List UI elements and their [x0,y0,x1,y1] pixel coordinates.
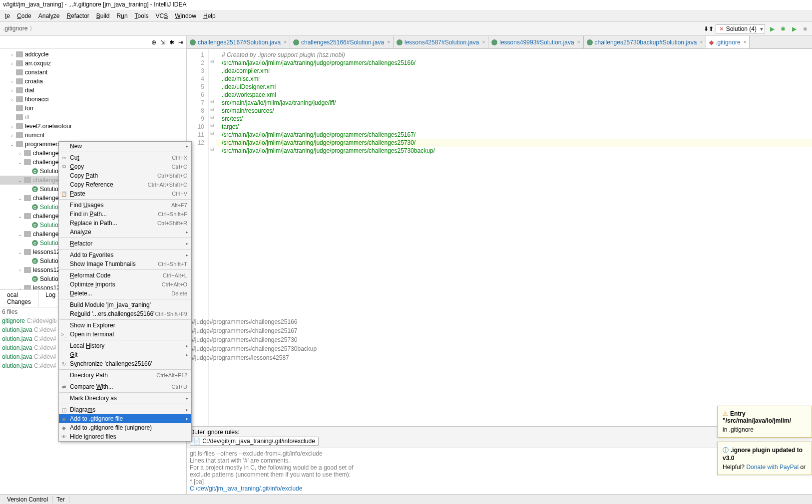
status-terminal[interactable]: Ter [52,496,69,503]
changed-file[interactable]: olution.java C:#dev#git# [2,362,56,371]
menu-vcs[interactable]: VCS [153,11,171,20]
changed-file-paths: #judge#programmers#challenges25166#judge… [192,317,317,362]
menu-item[interactable]: Build Module 'jm_java_traning' [59,300,191,309]
tab-local-changes[interactable]: ocal Changes [0,290,38,307]
menu-item[interactable]: Delete...Delete [59,289,191,298]
menu-item[interactable]: >_Open in terminal [59,330,191,339]
menu-item[interactable]: Show Image ThumbnailsCtrl+Shift+T [59,259,191,268]
context-menu[interactable]: New✂CutCtrl+X⧉CopyCtrl+CCopy PathCtrl+Sh… [58,141,192,442]
menu-item[interactable]: Refactor [59,239,191,248]
menu-item[interactable]: Find UsagesAlt+F7 [59,201,191,210]
menu-item[interactable]: ⇄Compare With...Ctrl+D [59,382,191,391]
changed-file[interactable]: gitignore C:#dev#git#jm [2,317,56,326]
menu-item[interactable]: Add to Favorites [59,251,191,259]
menu-item[interactable]: ↻Synchronize 'challenges25166' [59,359,191,368]
editor-tab[interactable]: lessons42587#Solution.java× [394,36,488,48]
editor-tab[interactable]: ◆.gitignore× [706,36,750,48]
changed-file[interactable]: olution.java C:#dev#git# [2,335,56,344]
menu-item[interactable]: Show in Explorer [59,321,191,330]
close-icon[interactable]: × [744,39,747,45]
tree-item[interactable]: ›numcnt [0,131,186,140]
notification[interactable]: ⚠Entry "/src/main/java/io/jmlim/in .giti… [717,406,812,438]
status-version-control[interactable]: Version Control [3,496,52,503]
close-icon[interactable]: × [387,39,390,45]
outer-rules-file[interactable]: 📄 C:/dev/git/jm_java_traning/.git/info/e… [190,437,319,446]
menu-bar: teCodeAnalyzeRefactorBuildRunToolsVCSWin… [0,10,812,22]
breadcrumb-bar: .gitignore 〉 ⬇⬆ ✕ Solution (4) ▾ ▶ ✱ ▶ ■ [0,22,812,36]
menu-item[interactable]: ◆Add to .gitignore file (unignore) [59,423,191,432]
tree-item[interactable]: ›level2.onetwofour [0,122,186,131]
changes-list[interactable]: gitignore C:#dev#git#jmolution.java C:#d… [0,316,58,372]
menu-item[interactable]: 👁Hide ignored files [59,432,191,441]
coverage-icon[interactable]: ▶ [790,25,798,33]
collapse-icon[interactable]: ⇲ [160,39,165,46]
menu-item[interactable]: ⧉CopyCtrl+C [59,162,191,171]
menu-item[interactable]: Optimize ImportsCtrl+Alt+O [59,280,191,289]
vcs-changes-tabs: ocal Changes Log [0,290,58,307]
menu-item[interactable]: Mark Directory as [59,394,191,403]
menu-code[interactable]: Code [14,11,34,20]
editor-tab[interactable]: challenges25730backup#Solution.java× [584,36,707,48]
debug-icon[interactable]: ✱ [779,25,787,33]
menu-run[interactable]: Run [114,11,131,20]
tree-item[interactable]: constant [0,68,186,77]
close-icon[interactable]: × [284,39,287,45]
outer-rules-label: Outer ignore rules: [190,429,809,436]
menu-analyze[interactable]: Analyze [35,11,63,20]
changed-file[interactable]: olution.java C:#dev#git# [2,326,56,335]
menu-refactor[interactable]: Refactor [63,11,92,20]
close-icon[interactable]: × [577,39,580,45]
menu-item[interactable]: ◆Add to .gitignore file [59,414,191,423]
tree-item[interactable]: ›arr.oxquiz [0,59,186,68]
menu-item[interactable]: Copy ReferenceCtrl+Alt+Shift+C [59,180,191,189]
tree-item[interactable]: ›fibonacci [0,95,186,104]
menu-item[interactable]: ✂CutCtrl+X [59,153,191,162]
menu-te[interactable]: te [2,11,13,20]
settings-icon[interactable]: ✱ [169,39,174,46]
tree-item[interactable]: ›croatia [0,77,186,86]
changed-file[interactable]: olution.java C:#dev#git# [2,353,56,362]
tree-item[interactable]: ›dial [0,86,186,95]
tree-item[interactable]: ›addcycle [0,50,186,59]
tree-item[interactable]: forr [0,104,186,113]
menu-item[interactable]: Local History [59,341,191,350]
menu-item[interactable]: Reformat CodeCtrl+Alt+L [59,271,191,280]
menu-item[interactable]: Copy PathCtrl+Shift+C [59,171,191,180]
tree-item[interactable]: iff [0,113,186,122]
changed-file[interactable]: olution.java C:#dev#git# [2,344,56,353]
editor-tabs: challenges25167#Solution.java×challenges… [187,36,812,49]
menu-tools[interactable]: Tools [132,11,152,20]
menu-item[interactable]: New [59,142,191,151]
run-config-dropdown[interactable]: ✕ Solution (4) ▾ [716,24,765,33]
run-icon[interactable]: ▶ [768,25,776,33]
close-icon[interactable]: × [482,39,485,45]
menu-item[interactable]: Replace in Path...Ctrl+Shift+R [59,219,191,228]
menu-item[interactable]: ◫Diagrams [59,405,191,414]
locate-icon[interactable]: ⊕ [151,39,156,46]
menu-item[interactable]: Directory PathCtrl+Alt+F12 [59,371,191,380]
code-editor[interactable]: 123456789101112 ⊟⊟⊟⊟⊟⊟⊟ # Created by .ig… [187,49,812,426]
notification-stack: ⚠Entry "/src/main/java/io/jmlim/in .giti… [717,406,812,479]
build-icon[interactable]: ⬇⬆ [705,25,713,33]
menu-item[interactable]: 📋PasteCtrl+V [59,189,191,198]
stop-icon[interactable]: ■ [801,25,809,33]
menu-help[interactable]: Help [200,11,219,20]
hide-icon[interactable]: ⇥ [178,39,183,46]
changes-count: 6 files [0,307,58,316]
menu-item[interactable]: Rebuild '...ers.challenges25166'Ctrl+Shi… [59,309,191,318]
status-bar: Version Control Ter [0,494,812,504]
menu-window[interactable]: Window [172,11,199,20]
fold-gutter[interactable]: ⊟⊟⊟⊟⊟⊟⊟ [209,49,216,426]
breadcrumb[interactable]: .gitignore 〉 [3,24,35,33]
editor-tab[interactable]: challenges25167#Solution.java× [187,36,290,48]
close-icon[interactable]: × [700,39,703,45]
editor-tab[interactable]: challenges25166#Solution.java× [290,36,394,48]
editor-tab[interactable]: lessons49993#Solution.java× [488,36,583,48]
code-content[interactable]: # Created by .ignore support plugin (hsz… [216,49,812,426]
menu-item[interactable]: Find in Path...Ctrl+Shift+F [59,210,191,219]
menu-build[interactable]: Build [93,11,113,20]
notification[interactable]: ⓘ.ignore plugin updated to v3.0Helpful? … [717,442,812,475]
menu-item[interactable]: Git [59,350,191,359]
menu-item[interactable]: Analyze [59,228,191,237]
window-title: v#git#jm_java_traning] - ...#.gitignore … [0,0,812,10]
